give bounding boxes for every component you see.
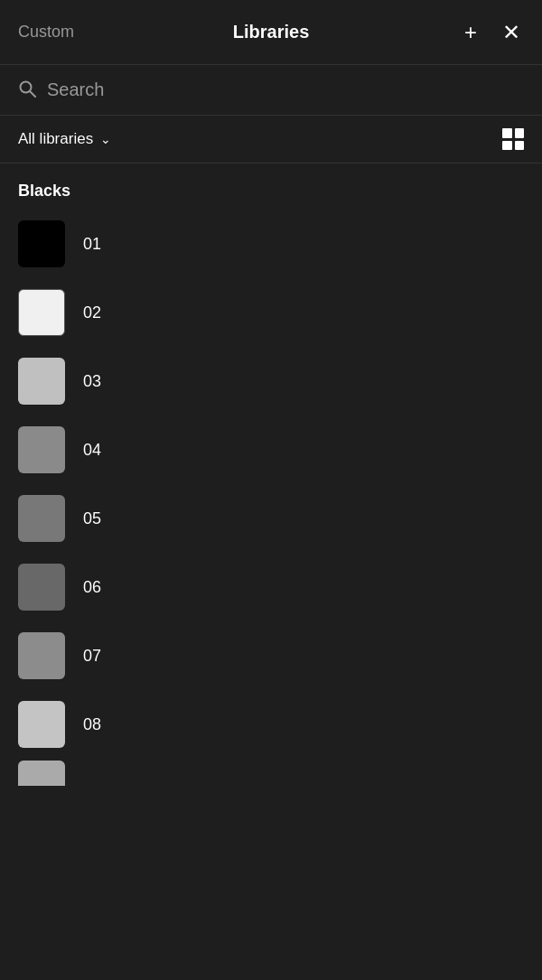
color-list: 0102030405060708 bbox=[0, 210, 542, 786]
color-label: 05 bbox=[83, 509, 101, 528]
color-swatch bbox=[18, 358, 65, 405]
grid-view-button[interactable] bbox=[502, 128, 524, 150]
add-button[interactable]: + bbox=[461, 18, 481, 47]
page-title: Libraries bbox=[187, 22, 356, 42]
color-swatch bbox=[18, 289, 65, 336]
grid-icon-cell-4 bbox=[515, 141, 525, 151]
close-button[interactable]: ✕ bbox=[499, 18, 524, 47]
header-actions: + ✕ bbox=[355, 18, 524, 47]
color-swatch bbox=[18, 495, 65, 542]
list-item[interactable]: 01 bbox=[0, 210, 542, 278]
list-item[interactable]: 02 bbox=[0, 278, 542, 347]
filter-row: All libraries ⌄ bbox=[0, 116, 542, 163]
color-swatch bbox=[18, 426, 65, 473]
color-label: 02 bbox=[83, 303, 101, 322]
list-item[interactable]: 07 bbox=[0, 621, 542, 690]
search-icon bbox=[18, 79, 36, 100]
search-input[interactable] bbox=[47, 79, 524, 100]
color-label: 03 bbox=[83, 372, 101, 391]
list-item[interactable]: 03 bbox=[0, 347, 542, 415]
list-item[interactable]: 04 bbox=[0, 415, 542, 484]
grid-icon-cell-1 bbox=[502, 128, 512, 138]
color-swatch bbox=[18, 632, 65, 679]
list-item[interactable]: 06 bbox=[0, 553, 542, 621]
color-swatch bbox=[18, 564, 65, 611]
grid-icon-cell-3 bbox=[502, 141, 512, 151]
all-libraries-button[interactable]: All libraries ⌄ bbox=[18, 130, 111, 148]
color-swatch bbox=[18, 701, 65, 748]
color-swatch bbox=[18, 761, 65, 786]
list-item[interactable] bbox=[0, 759, 542, 786]
custom-label[interactable]: Custom bbox=[18, 23, 187, 42]
color-label: 06 bbox=[83, 578, 101, 597]
color-label: 04 bbox=[83, 441, 101, 460]
color-label: 01 bbox=[83, 235, 101, 254]
filter-label-text: All libraries bbox=[18, 130, 93, 148]
grid-icon-cell-2 bbox=[515, 128, 525, 138]
color-label: 08 bbox=[83, 715, 101, 734]
svg-line-1 bbox=[30, 91, 35, 97]
list-item[interactable]: 08 bbox=[0, 690, 542, 759]
color-swatch bbox=[18, 220, 65, 267]
list-item[interactable]: 05 bbox=[0, 484, 542, 553]
header: Custom Libraries + ✕ bbox=[0, 0, 542, 65]
search-bar bbox=[0, 65, 542, 116]
section-title: Blacks bbox=[0, 163, 542, 210]
color-label: 07 bbox=[83, 647, 101, 666]
chevron-down-icon: ⌄ bbox=[100, 132, 111, 146]
